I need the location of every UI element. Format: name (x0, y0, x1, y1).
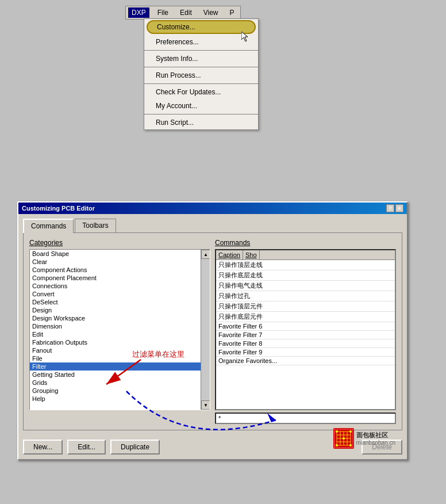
logo-text: 面包板社区 (356, 431, 395, 440)
dialog-buttons: New... Edit... Duplicate Delete (18, 435, 407, 459)
logo-text-block: 面包板社区 mianbaoban.cn (356, 431, 395, 446)
categories-list: Board Shape Clear Component Actions Comp… (30, 250, 210, 410)
svg-point-15 (349, 444, 352, 446)
customize-dialog: Customizing PCB Editor ? × Commands Tool… (17, 201, 408, 460)
new-button[interactable]: New... (23, 440, 63, 455)
titlebar-buttons: ? × (386, 204, 403, 212)
menu-item-sysinfo[interactable]: System Info... (144, 52, 258, 66)
top-area: DXP File Edit View P Customize... Prefer… (0, 0, 446, 196)
tab-toolbars[interactable]: Toolbars (75, 219, 116, 232)
list-item-file[interactable]: File (30, 354, 210, 362)
close-button[interactable]: × (395, 204, 403, 212)
help-button[interactable]: ? (386, 204, 394, 212)
list-item-gettingstarted[interactable]: Getting Started (30, 371, 210, 379)
commands-column: Commands Caption Sho 只操作顶层走线 只操作底层走线 只操作… (215, 239, 396, 424)
scroll-up-btn[interactable]: ▲ (201, 250, 210, 259)
list-item-designworkspace[interactable]: Design Workspace (30, 314, 210, 322)
search-input[interactable] (215, 413, 396, 424)
cmd-row-5[interactable]: 只操作顶层元件 (216, 301, 395, 312)
header-shortcut: Sho (243, 250, 260, 259)
left-buttons: New... Edit... Duplicate (23, 440, 160, 455)
tab-bar: Commands Toolbars (23, 219, 402, 232)
list-item-grouping[interactable]: Grouping (30, 387, 210, 395)
svg-point-17 (349, 430, 352, 433)
menu-item-customize[interactable]: Customize... (147, 20, 256, 34)
two-column-layout: Categories Board Shape Clear Component A… (29, 239, 396, 424)
separator-1 (144, 50, 258, 51)
list-item-clear[interactable]: Clear (30, 258, 210, 266)
logo-badge: 面包板社区 mianbaoban.cn (333, 428, 395, 449)
svg-point-13 (336, 430, 338, 433)
menu-dxp[interactable]: DXP (128, 7, 149, 18)
cmd-row-1[interactable]: 只操作顶层走线 (216, 260, 395, 270)
separator-4 (144, 114, 258, 114)
separator-2 (144, 67, 258, 67)
commands-table: Caption Sho 只操作顶层走线 只操作底层走线 只操作电气走线 只操作过… (215, 249, 396, 410)
dialog-titlebar: Customizing PCB Editor ? × (18, 203, 407, 214)
categories-listbox[interactable]: Board Shape Clear Component Actions Comp… (29, 249, 210, 410)
cmd-row-9[interactable]: Favorite Filter 8 (216, 339, 395, 348)
categories-column: Categories Board Shape Clear Component A… (29, 239, 210, 424)
header-caption: Caption (216, 250, 243, 259)
list-item-componentactions[interactable]: Component Actions (30, 266, 210, 274)
cmd-row-4[interactable]: 只操作过孔 (216, 291, 395, 301)
menu-p[interactable]: P (226, 7, 238, 18)
dialog-content: Commands Toolbars Categories Board Shape… (18, 214, 407, 435)
cmd-row-10[interactable]: Favorite Filter 9 (216, 348, 395, 357)
menu-item-checkupdates[interactable]: Check For Updates... (144, 85, 258, 99)
list-item-fabrication[interactable]: Fabrication Outputs (30, 338, 210, 346)
cmd-row-6[interactable]: 只操作底层元件 (216, 312, 395, 322)
commands-header: Caption Sho (216, 250, 395, 260)
tab-content-commands: Categories Board Shape Clear Component A… (23, 232, 402, 430)
cmd-row-3[interactable]: 只操作电气走线 (216, 281, 395, 291)
cmd-row-2[interactable]: 只操作底层走线 (216, 270, 395, 281)
menu-item-myaccount[interactable]: My Account... (144, 99, 258, 113)
mouse-cursor (241, 32, 248, 42)
list-item-connections[interactable]: Connections (30, 282, 210, 290)
svg-point-14 (343, 437, 345, 440)
list-item-convert[interactable]: Convert (30, 290, 210, 298)
cmd-row-11[interactable]: Organize Favorites... (216, 357, 395, 365)
commands-rows: 只操作顶层走线 只操作底层走线 只操作电气走线 只操作过孔 只操作顶层元件 只操… (216, 260, 395, 406)
list-item-edit[interactable]: Edit (30, 330, 210, 338)
dialog-title: Customizing PCB Editor (22, 205, 95, 212)
list-item-dimension[interactable]: Dimension (30, 322, 210, 330)
tab-commands[interactable]: Commands (23, 219, 74, 233)
cmd-row-8[interactable]: Favorite Filter 7 (216, 331, 395, 339)
menu-bar: DXP File Edit View P (125, 6, 241, 20)
scroll-down-btn[interactable]: ▼ (201, 400, 210, 410)
list-item-fanout[interactable]: Fanout (30, 346, 210, 354)
list-item-deselect[interactable]: DeSelect (30, 298, 210, 306)
list-item-design[interactable]: Design (30, 306, 210, 314)
cmd-row-7[interactable]: Favorite Filter 6 (216, 322, 395, 331)
menu-edit[interactable]: Edit (176, 7, 195, 18)
menu-item-runscript[interactable]: Run Script... (144, 116, 258, 129)
menu-view[interactable]: View (200, 7, 222, 18)
categories-label: Categories (29, 239, 210, 247)
categories-scrollbar[interactable]: ▲ ▼ (201, 250, 210, 410)
scroll-track (201, 259, 210, 400)
list-item-filter[interactable]: Filter (30, 362, 210, 371)
menu-item-runprocess[interactable]: Run Process... (144, 68, 258, 82)
menu-file[interactable]: File (154, 7, 172, 18)
logo-icon (333, 428, 354, 449)
list-item-grids[interactable]: Grids (30, 379, 210, 387)
svg-point-16 (336, 444, 338, 446)
list-item-componentplacement[interactable]: Component Placement (30, 274, 210, 282)
edit-button[interactable]: Edit... (67, 440, 106, 455)
commands-label: Commands (215, 239, 396, 247)
list-item-boardshape[interactable]: Board Shape (30, 250, 210, 258)
separator-3 (144, 83, 258, 84)
list-item-help[interactable]: Help (30, 395, 210, 403)
svg-marker-0 (241, 32, 248, 41)
logo-subtext: mianbaoban.cn (356, 440, 395, 446)
duplicate-button[interactable]: Duplicate (110, 440, 160, 455)
